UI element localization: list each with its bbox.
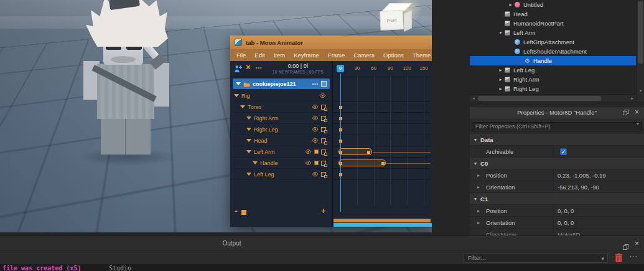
track-expand-icon[interactable]	[234, 94, 239, 97]
explorer-item-left-arm[interactable]: ▾Left Arm	[470, 28, 636, 37]
add-rig-icon[interactable]	[234, 64, 242, 75]
filter-dropdown-icon[interactable]: ▾	[637, 121, 639, 126]
explorer-item-handle[interactable]: ⚙Handle	[470, 56, 636, 65]
track-expand-icon[interactable]	[246, 116, 251, 120]
moon-titlebar[interactable]: tab - Moon Animator	[230, 36, 432, 49]
close-panel-icon[interactable]: ×	[635, 108, 639, 116]
keyframe-dot[interactable]	[381, 162, 385, 165]
tree-chevron-icon[interactable]: ▸	[506, 2, 515, 7]
3d-viewport[interactable]: Front z tab - Moon Animator FileEditItem…	[0, 0, 432, 232]
output-more-icon[interactable]: ···	[630, 254, 638, 260]
rig-box-icon[interactable]	[321, 81, 327, 87]
section-collapse-icon[interactable]: ▾	[474, 161, 477, 166]
properties-filter-input[interactable]	[472, 122, 642, 131]
explorer-item-leftshoulderattachment[interactable]: LeftShoulderAttachment	[470, 47, 636, 56]
track-expand-icon[interactable]	[246, 150, 251, 153]
scroll-right-icon[interactable]: ▸	[628, 95, 636, 102]
property-section-data[interactable]: ▾Data	[470, 134, 644, 146]
timeline-hscrollbar[interactable]	[334, 219, 431, 222]
visibility-eye-icon[interactable]	[312, 171, 319, 177]
explorer-item-head[interactable]: Head	[470, 9, 636, 19]
scroll-down-icon[interactable]: ▾	[637, 87, 644, 95]
timeline-range-bar[interactable]	[334, 223, 432, 227]
visibility-eye-icon[interactable]	[312, 138, 319, 143]
explorer-item-right-arm[interactable]: ▸Right Arm	[470, 75, 636, 84]
hscroll-thumb[interactable]	[478, 96, 601, 101]
property-row-archivable[interactable]: Archivable✓	[470, 146, 644, 158]
explorer-item-left-leg[interactable]: ▸Left Leg	[470, 65, 636, 75]
track-box-icon[interactable]	[321, 150, 326, 155]
track-box-icon[interactable]	[321, 127, 326, 132]
toolbar-more-icon[interactable]: •••	[256, 65, 262, 70]
zoom-out-button[interactable]: -	[235, 206, 238, 216]
expand-icon[interactable]: ▸	[477, 184, 480, 190]
tree-chevron-icon[interactable]: ▸	[497, 77, 505, 82]
menu-item-item[interactable]: Item	[269, 52, 289, 59]
menu-item-frame[interactable]: Frame	[324, 52, 349, 59]
properties-header[interactable]: Properties - Motor6D "Handle" ×	[470, 107, 644, 118]
track-row-right-leg[interactable]: Right Leg	[233, 124, 330, 135]
zoom-in-button[interactable]: +	[321, 206, 326, 216]
tracklist-timeline-divider[interactable]	[332, 61, 333, 227]
menu-item-options[interactable]: Options	[379, 52, 408, 59]
explorer-item-untitled[interactable]: ▸Untitled	[470, 0, 636, 9]
property-row-orientation[interactable]: ▸Orientation0, 0, 0	[470, 217, 644, 229]
scroll-left-icon[interactable]: ◂	[470, 95, 477, 102]
menu-item-theme[interactable]: Theme	[408, 52, 432, 59]
clear-output-trash-icon[interactable]	[615, 253, 623, 265]
track-box-icon[interactable]	[321, 161, 326, 166]
menu-item-keyframe[interactable]: Keyframe	[289, 52, 324, 59]
property-row-position[interactable]: ▸Position0.23, -1.005, -0.19	[470, 169, 644, 181]
track-expand-icon[interactable]	[246, 139, 251, 142]
property-section-c1[interactable]: ▾C1	[470, 193, 644, 205]
track-expand-icon[interactable]	[246, 173, 251, 176]
float-window-icon[interactable]	[623, 110, 629, 116]
zoom-slider-handle[interactable]	[241, 210, 246, 215]
track-box-icon[interactable]	[321, 105, 326, 110]
output-log[interactable]: file was created (x5) Studio	[0, 264, 644, 271]
playhead-frame-chip[interactable]: 0	[337, 65, 344, 72]
output-filter-select[interactable]: Filter... ▾	[464, 253, 608, 263]
property-row-orientation[interactable]: ▸Orientation-56.213, 90, -90	[470, 181, 644, 193]
keyframe-span-bar[interactable]	[338, 159, 386, 166]
visibility-eye-icon[interactable]	[312, 104, 319, 110]
keyframe-filled-icon[interactable]	[314, 150, 319, 154]
section-collapse-icon[interactable]: ▾	[474, 196, 477, 202]
track-row-rig[interactable]: Rig	[233, 90, 330, 102]
track-row-right-arm[interactable]: Right Arm	[233, 113, 330, 124]
output-panel-header[interactable]: Output ×	[0, 235, 644, 250]
track-expand-icon[interactable]	[253, 161, 258, 164]
expand-icon[interactable]: ▸	[477, 220, 480, 226]
workspace-part-cube[interactable]: Front z	[377, 1, 421, 37]
visibility-eye-icon[interactable]	[312, 115, 319, 121]
remove-item-icon[interactable]: ×	[246, 63, 251, 72]
track-row-handle[interactable]: Handle	[233, 158, 330, 169]
track-row-left-leg[interactable]: Left Leg	[233, 169, 330, 180]
tree-chevron-icon[interactable]: ▸	[497, 86, 505, 92]
archivable-checkbox[interactable]: ✓	[560, 148, 567, 155]
track-box-icon[interactable]	[321, 138, 326, 143]
track-row-head[interactable]: Head	[233, 135, 330, 146]
playhead-line[interactable]	[340, 74, 341, 212]
expand-icon[interactable]: ▸	[477, 173, 480, 178]
rig-header-row[interactable]: cookiepiejoe121 •••	[233, 78, 330, 89]
menu-item-camera[interactable]: Camera	[349, 52, 379, 59]
property-row-position[interactable]: ▸Position0, 0, 0	[470, 205, 644, 217]
visibility-eye-icon[interactable]	[305, 160, 312, 166]
track-box-icon[interactable]	[321, 172, 326, 177]
track-expand-icon[interactable]	[246, 128, 251, 131]
rig-options-icon[interactable]: •••	[312, 82, 319, 86]
vscroll-thumb[interactable]	[638, 1, 643, 64]
rig-collapse-icon[interactable]	[236, 82, 241, 85]
keyframe-filled-icon[interactable]	[314, 161, 319, 165]
menu-item-file[interactable]: File	[232, 52, 250, 59]
explorer-item-right-leg[interactable]: ▸Right Leg	[470, 84, 636, 93]
property-row-classname[interactable]: ClassNameMotor6D	[470, 229, 644, 235]
visibility-eye-icon[interactable]	[319, 93, 326, 98]
explorer-item-humanoidrootpart[interactable]: HumanoidRootPart	[470, 19, 636, 28]
track-row-left-arm[interactable]: Left Arm	[233, 146, 330, 158]
explorer-hscrollbar[interactable]: ◂ ▸	[470, 94, 636, 102]
avatar-character[interactable]	[73, 0, 189, 167]
visibility-eye-icon[interactable]	[312, 126, 319, 132]
visibility-eye-icon[interactable]	[305, 149, 312, 155]
